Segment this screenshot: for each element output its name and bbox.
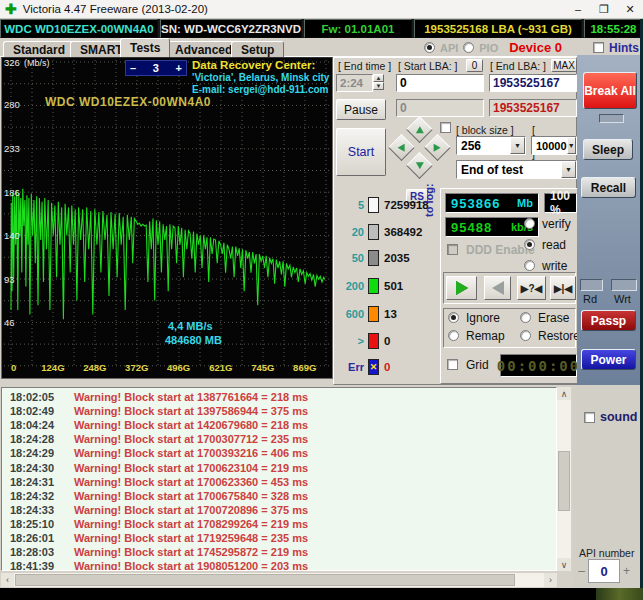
log-message: Warning! Block start at 1700393216 = 406… (74, 447, 308, 459)
sound-checkbox[interactable] (584, 412, 595, 423)
api-number-minus-button[interactable]: – (575, 560, 588, 582)
block-size-select[interactable]: 256 ▼ (456, 136, 526, 155)
erase-label: Erase (538, 311, 569, 325)
log-row[interactable]: 18:02:49 Warning! Block start at 1397586… (2, 404, 556, 418)
play-button[interactable] (446, 276, 477, 300)
timeout-select[interactable]: 10000 ▼ (531, 136, 577, 155)
log-vertical-scrollbar[interactable]: ∧ ∨ (557, 387, 571, 571)
graph-zoom-in-button[interactable]: + (176, 62, 182, 74)
log-row[interactable]: 18:28:03 Warning! Block start at 1745295… (2, 545, 556, 559)
log-row[interactable]: 18:41:39 Warning! Block start at 1908051… (2, 559, 556, 571)
scroll-down-arrow[interactable]: ∨ (557, 558, 571, 571)
verify-radio[interactable] (524, 218, 535, 229)
test-control-panel: [ End time ] [ Start LBA: ] 0 [ End LBA:… (333, 57, 577, 385)
end-lba-input[interactable]: 1953525167 (489, 74, 577, 92)
remap-radio[interactable] (448, 330, 459, 341)
vertical-scroll-thumb[interactable] (558, 451, 570, 511)
svg-text:869G: 869G (293, 362, 316, 373)
pad-down-button[interactable] (406, 152, 433, 179)
minimize-button[interactable]: – (565, 0, 591, 18)
pad-right-button[interactable] (424, 134, 451, 161)
restore-radio[interactable] (520, 330, 531, 341)
position-mb-unit: Mb (517, 197, 533, 209)
find-error-button[interactable]: ▶?◀ (517, 276, 546, 300)
break-all-button[interactable]: Break All (583, 72, 637, 109)
log-row[interactable]: 18:25:10 Warning! Block start at 1708299… (2, 517, 556, 531)
end-action-dropdown-arrow[interactable]: ▼ (561, 161, 576, 178)
speed-graph: 326(Mb/s)28023318614093460124G248G372G49… (1, 57, 333, 379)
log-time: 18:26:01 (10, 532, 66, 544)
log-row[interactable]: 18:24:29 Warning! Block start at 1700393… (2, 446, 556, 460)
log-view[interactable]: 18:02:05 Warning! Block start at 1387761… (1, 387, 557, 571)
bucket-threshold-label: 5 (336, 199, 364, 211)
goto-edge-button[interactable]: ▶|◀ (550, 276, 576, 300)
sleep-button[interactable]: Sleep (583, 139, 633, 160)
log-time: 18:25:10 (10, 518, 66, 530)
tab-tests[interactable]: Tests (120, 38, 170, 57)
api-number-plus-button[interactable]: + (620, 560, 633, 582)
end-lba-max-button[interactable]: MAX (551, 59, 577, 72)
log-row[interactable]: 18:24:32 Warning! Block start at 1700675… (2, 489, 556, 503)
close-button[interactable]: ✕ (617, 0, 643, 18)
drive-info-bar: WDC WD10EZEX-00WN4A0 SN: WD-WCC6Y2ZR3NVD… (0, 19, 643, 38)
step-back-button[interactable] (484, 276, 511, 300)
log-row[interactable]: 18:26:01 Warning! Block start at 1719259… (2, 531, 556, 545)
bucket-threshold-label: Err (336, 361, 364, 373)
end-time-value[interactable]: 2:24 (336, 74, 373, 92)
bucket-count: 0 (384, 335, 390, 347)
svg-text:186: 186 (4, 187, 20, 198)
bucket-color-swatch (368, 197, 379, 213)
bucket-color-swatch (368, 278, 379, 294)
percent-lcd: 100 % (544, 193, 577, 213)
scroll-left-arrow[interactable]: ‹ (1, 573, 14, 587)
current-lba-readout: 0 (396, 99, 484, 117)
grid-checkbox[interactable] (447, 359, 458, 370)
start-lba-input[interactable]: 0 (396, 74, 484, 92)
pad-up-button[interactable] (406, 116, 433, 143)
ignore-radio[interactable] (448, 312, 459, 323)
erase-radio[interactable] (520, 312, 531, 323)
block-size-label: [ block size ] (456, 124, 514, 136)
timeout-dropdown-arrow[interactable]: ▼ (567, 137, 576, 154)
log-row[interactable]: 18:24:28 Warning! Block start at 1700307… (2, 432, 556, 446)
log-row[interactable]: 18:04:24 Warning! Block start at 1420679… (2, 418, 556, 432)
log-row[interactable]: 18:24:33 Warning! Block start at 1700720… (2, 503, 556, 517)
start-lba-zero-button[interactable]: 0 (466, 59, 483, 72)
tab-setup[interactable]: Setup (231, 41, 284, 57)
graph-zoom-out-button[interactable]: – (130, 62, 136, 74)
tab-standard[interactable]: Standard (3, 41, 75, 57)
desktop-wallpaper-corner (596, 588, 643, 600)
pad-option-checkbox[interactable] (440, 122, 451, 133)
log-row[interactable]: 18:02:05 Warning! Block start at 1387761… (2, 390, 556, 404)
horizontal-scroll-thumb[interactable] (15, 574, 515, 586)
block-size-dropdown-arrow[interactable]: ▼ (510, 137, 525, 154)
block-size-value: 256 (461, 139, 481, 153)
bucket-count: 0 (384, 361, 390, 373)
read-radio[interactable] (524, 239, 535, 250)
end-time-up-button[interactable]: ▲ (373, 74, 384, 82)
drive-firmware: Fw: 01.01A01 (304, 19, 412, 38)
pad-left-button[interactable] (388, 134, 415, 161)
end-action-select[interactable]: End of test ▼ (456, 160, 577, 179)
api-radio[interactable] (424, 42, 435, 53)
log-row[interactable]: 18:24:31 Warning! Block start at 1700623… (2, 475, 556, 489)
svg-text:326: 326 (4, 58, 20, 68)
power-button[interactable]: Power (581, 349, 636, 370)
pause-button[interactable]: Pause (336, 99, 386, 120)
device-indicator: Device 0 (509, 40, 562, 55)
scroll-right-arrow[interactable]: › (544, 573, 557, 587)
start-button[interactable]: Start (336, 128, 386, 176)
recall-button[interactable]: Recall (581, 177, 636, 198)
end-time-down-button[interactable]: ▼ (373, 82, 384, 90)
maximize-button[interactable]: ❐ (591, 0, 617, 18)
ddd-enable-checkbox[interactable] (447, 244, 458, 255)
write-radio[interactable] (524, 260, 535, 271)
log-horizontal-scrollbar[interactable]: ‹ › (1, 573, 557, 587)
svg-text:372G: 372G (125, 362, 148, 373)
scroll-up-arrow[interactable]: ∧ (557, 387, 571, 400)
log-time: 18:24:32 (10, 490, 66, 502)
log-row[interactable]: 18:24:30 Warning! Block start at 1700623… (2, 460, 556, 474)
pio-radio[interactable] (463, 42, 474, 53)
hints-checkbox[interactable] (593, 42, 604, 53)
passp-button[interactable]: Passp (581, 310, 636, 331)
